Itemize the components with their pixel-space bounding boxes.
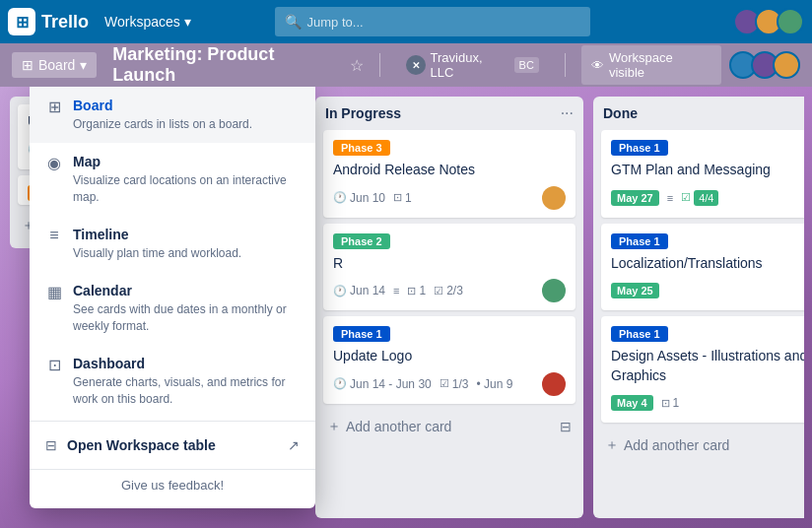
- board-title: Marketing: Product Launch: [112, 44, 341, 86]
- card-label: Phase 3: [333, 140, 390, 156]
- done-column: Done ··· Phase 1 GTM Plan and Messaging …: [593, 97, 804, 518]
- eye-icon: 👁: [591, 58, 604, 73]
- board-view-icon: ⊞: [22, 57, 34, 73]
- separator: [379, 53, 380, 77]
- external-link-icon: ↗: [288, 437, 300, 453]
- plus-icon: ＋: [605, 436, 619, 454]
- chevron-down-icon: ▾: [80, 57, 87, 73]
- board-view-button[interactable]: ⊞ Board ▾: [12, 52, 97, 78]
- list-icon: ≡: [393, 285, 399, 297]
- clock-icon: 🕐: [333, 285, 347, 297]
- card-checklist: ☑ 1/3: [440, 377, 469, 391]
- avatar[interactable]: [777, 8, 804, 35]
- card[interactable]: Phase 3 Android Release Notes 🕐 Jun 10 ⊡…: [323, 130, 575, 218]
- list-icon: ≡: [667, 192, 673, 204]
- card-avatar: [542, 186, 566, 210]
- date-badge: May 27: [611, 190, 659, 206]
- template-icon: ⊟: [560, 419, 572, 434]
- columns-area: In Progress ··· Phase 3 Android Release …: [315, 97, 804, 518]
- card-label: Phase 1: [611, 140, 668, 156]
- app-logo[interactable]: ⊞ Trello: [8, 8, 89, 35]
- column-menu-button[interactable]: ···: [561, 104, 574, 122]
- avatar-group: [733, 8, 804, 35]
- chevron-down-icon: ▾: [184, 14, 191, 30]
- card-checklist: ☑ 4/4: [681, 190, 718, 206]
- card-label: Phase 1: [611, 233, 668, 249]
- workspaces-button[interactable]: Workspaces ▾: [97, 10, 199, 33]
- star-button[interactable]: ☆: [350, 56, 364, 75]
- calendar-icon: ▦: [45, 283, 63, 301]
- open-workspace-button[interactable]: ⊟ Open Workspace table ↗: [30, 426, 315, 465]
- menu-item-calendar[interactable]: ▦ Calendar See cards with due dates in a…: [30, 272, 315, 345]
- map-icon: ◉: [45, 154, 63, 172]
- card[interactable]: Phase 2 R 🕐 Jun 14 ≡ ⊡ 1 ☑: [323, 224, 575, 311]
- workspace-visible-button[interactable]: 👁 Workspace visible: [581, 45, 721, 85]
- board-header-avatars: [729, 51, 800, 79]
- add-card-button[interactable]: ＋ Add another card ⊟: [601, 430, 804, 460]
- search-bar[interactable]: 🔍 Jump to...: [275, 7, 590, 36]
- menu-item-dashboard[interactable]: ⊡ Dashboard Generate charts, visuals, an…: [30, 345, 315, 418]
- board-icon: ⊞: [45, 98, 63, 116]
- card-date: May 25: [611, 283, 659, 298]
- card-list: ≡: [393, 285, 399, 297]
- board-header: ⊞ Board ▾ Marketing: Product Launch ☆ ✕ …: [0, 43, 812, 87]
- card-label: Phase 2: [333, 233, 390, 249]
- card[interactable]: Phase 1 GTM Plan and Messaging May 27 ≡ …: [601, 130, 804, 218]
- in-progress-column: In Progress ··· Phase 3 Android Release …: [315, 97, 583, 518]
- search-icon: 🔍: [285, 14, 302, 30]
- card-attachment: ⊡ 1: [407, 284, 426, 297]
- clock-icon: 🕐: [333, 377, 347, 390]
- card-attachment: ⊡ 1: [393, 191, 412, 205]
- checklist-icon: ☑: [440, 377, 449, 390]
- workspace-tag[interactable]: ✕ Travidux, LLC BC: [396, 45, 549, 85]
- add-card-button[interactable]: ＋ Add another card ⊟: [323, 412, 575, 441]
- menu-item-map[interactable]: ◉ Map Visualize card locations on an int…: [30, 143, 315, 216]
- board-area: ⊞ Board Organize cards in lists on a boa…: [0, 87, 812, 528]
- card[interactable]: Phase 1 Localization/Translations May 25: [601, 224, 804, 311]
- trello-logo-icon: ⊞: [8, 8, 35, 35]
- card-date: May 27: [611, 190, 659, 206]
- nav-right: [733, 8, 804, 35]
- top-nav: ⊞ Trello Workspaces ▾ 🔍 Jump to...: [0, 0, 812, 43]
- avatar[interactable]: [773, 51, 800, 79]
- menu-divider: [30, 421, 315, 422]
- menu-item-timeline[interactable]: ≡ Timeline Visually plan time and worklo…: [30, 216, 315, 272]
- card-attachment: ⊡ 1: [661, 396, 680, 410]
- card-date: 🕐 Jun 10: [333, 191, 385, 205]
- workspace-icon: ✕: [406, 55, 426, 75]
- date-badge: May 4: [611, 395, 653, 411]
- timeline-icon: ≡: [45, 227, 63, 244]
- menu-item-board[interactable]: ⊞ Board Organize cards in lists on a boa…: [30, 87, 315, 143]
- app-name: Trello: [41, 12, 89, 33]
- card-list: ≡: [667, 192, 673, 204]
- plus-icon: ＋: [327, 418, 341, 435]
- card-checklist: ☑ 2/3: [434, 284, 463, 297]
- dashboard-icon: ⊡: [45, 356, 63, 374]
- view-dropdown-menu: ⊞ Board Organize cards in lists on a boa…: [30, 87, 315, 508]
- attachment-icon: ⊡: [661, 397, 670, 410]
- card-avatar: [542, 279, 566, 302]
- card-date: May 4: [611, 395, 653, 411]
- card[interactable]: Phase 1 Update Logo 🕐 Jun 14 - Jun 30 ☑ …: [323, 316, 575, 404]
- separator: [565, 53, 566, 77]
- checklist-icon: ☑: [681, 191, 691, 204]
- date-badge: May 25: [611, 283, 659, 298]
- card-date: 🕐 Jun 14 - Jun 30: [333, 377, 432, 391]
- card-date: 🕐 Jun 14: [333, 284, 385, 297]
- card-avatar: [542, 372, 566, 396]
- attachment-icon: ⊡: [393, 191, 402, 204]
- clock-icon: 🕐: [333, 191, 347, 204]
- table-icon: ⊟: [45, 437, 57, 453]
- attachment-icon: ⊡: [407, 285, 416, 297]
- board-avatar-group: [729, 51, 800, 79]
- card-label: Phase 1: [333, 326, 390, 342]
- card[interactable]: Phase 1 Design Assets - Illustrations an…: [601, 316, 804, 423]
- card-label: Phase 1: [611, 326, 668, 342]
- feedback-button[interactable]: Give us feedback!: [30, 469, 315, 500]
- checklist-icon: ☑: [434, 285, 443, 297]
